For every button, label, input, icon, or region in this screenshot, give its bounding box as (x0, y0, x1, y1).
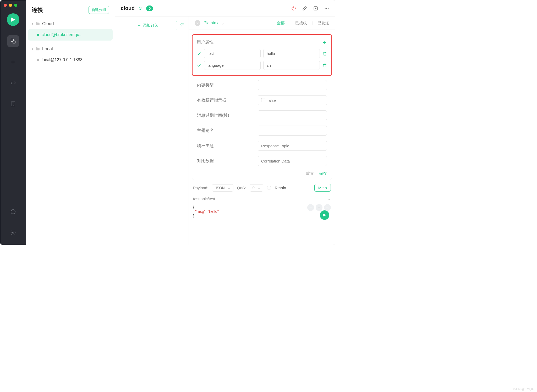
chevron-down-icon: ⌄ (221, 21, 224, 26)
app-rail (0, 0, 26, 245)
tree-group-label: Cloud (42, 21, 54, 26)
tab-all[interactable]: 全部 (277, 21, 285, 26)
tree-group-local[interactable]: ▾ Local (28, 44, 113, 54)
expiry-label: 消息过期时间(秒) (197, 113, 255, 118)
nav-connections-icon[interactable] (7, 35, 19, 47)
checkbox-icon[interactable] (261, 98, 265, 102)
chevron-down-icon[interactable]: ⌄ (327, 196, 331, 201)
chevron-down-icon: ⌄ (257, 186, 260, 190)
tab-sent[interactable]: 已发送 (317, 21, 329, 26)
add-subscription-label: 添加订阅 (143, 23, 158, 28)
payload-label: Payload: (193, 186, 208, 190)
user-property-value-input[interactable] (263, 61, 320, 70)
more-icon[interactable] (324, 6, 329, 11)
svg-point-7 (326, 8, 327, 9)
expiry-input[interactable] (258, 110, 327, 120)
format-selector[interactable]: Plaintext ⌄ (204, 21, 224, 26)
user-property-key-input[interactable] (204, 49, 261, 58)
save-button[interactable]: 保存 (319, 171, 327, 176)
topic-alias-label: 主题别名 (197, 128, 255, 133)
content-type-label: 内容类型 (197, 82, 255, 88)
payload-indicator-label: 有效载荷指示器 (197, 98, 255, 103)
content-type-input[interactable] (258, 80, 327, 90)
message-count-badge: 0 (146, 5, 153, 11)
delete-row-icon[interactable] (322, 63, 327, 68)
qos-select[interactable]: 0⌄ (250, 184, 263, 192)
meta-card: 用户属性 ＋ (192, 35, 332, 180)
svg-point-4 (12, 232, 14, 233)
nav-code-icon[interactable] (7, 77, 19, 89)
disconnect-icon[interactable] (291, 6, 296, 11)
format-label: Plaintext (204, 21, 220, 25)
delete-row-icon[interactable] (322, 51, 327, 56)
payload-editor[interactable]: ← − → { "msg": "hello" } (189, 204, 335, 222)
check-icon (197, 63, 201, 68)
chevron-down-icon: ⌄ (227, 186, 231, 190)
user-property-value-input[interactable] (263, 49, 320, 58)
tree-item-local-conn[interactable]: local@127.0.0.1:1883 (28, 54, 113, 66)
nav-log-icon[interactable] (7, 98, 19, 110)
qos-label: QoS: (237, 186, 246, 190)
check-icon (197, 51, 201, 56)
response-topic-input[interactable] (258, 141, 327, 151)
connection-header: cloud 0 (115, 0, 335, 16)
collapse-subs-icon[interactable] (179, 22, 185, 27)
connections-panel: 连接 新建分组 ▾ Cloud cloud@broker.emqx.... ▾ … (26, 0, 115, 245)
publish-bar: Payload: JSON⌄ QoS: 0⌄ Retain Meta testt… (189, 181, 335, 204)
tree-item-label: local@127.0.0.1:1883 (42, 58, 83, 62)
user-property-key-input[interactable] (204, 61, 261, 70)
connection-name: cloud (121, 5, 135, 11)
send-button[interactable] (320, 210, 329, 220)
editor-prev-icon[interactable]: ← (307, 204, 314, 211)
connections-title: 连接 (32, 6, 43, 14)
topic-alias-input[interactable] (258, 126, 327, 136)
tree-group-label: Local (42, 46, 53, 52)
window-close[interactable] (4, 4, 7, 7)
chevron-down-icon: ▾ (32, 47, 33, 51)
tab-received[interactable]: 已接收 (295, 21, 307, 26)
tree-item-cloud-conn[interactable]: cloud@broker.emqx.... (28, 29, 113, 41)
message-filter-bar: ? Plaintext ⌄ 全部 | 已接收 | 已发送 (189, 16, 335, 30)
nav-info-icon[interactable] (7, 206, 19, 217)
correlation-label: 对比数据 (197, 158, 255, 164)
app-logo (7, 13, 19, 26)
editor-minus-icon[interactable]: − (316, 204, 322, 211)
payload-format-select[interactable]: JSON⌄ (212, 184, 233, 192)
correlation-input[interactable] (258, 156, 327, 166)
svg-point-6 (325, 8, 326, 9)
folder-icon (35, 21, 40, 26)
meta-button[interactable]: Meta (314, 184, 331, 192)
nav-add-icon[interactable] (7, 56, 19, 68)
new-window-icon[interactable] (313, 6, 318, 11)
expand-connection-icon[interactable] (138, 6, 143, 11)
folder-icon (35, 47, 40, 51)
user-property-row (197, 49, 327, 58)
window-minimize[interactable] (9, 4, 12, 7)
edit-icon[interactable] (302, 6, 307, 11)
retain-label: Retain (275, 186, 286, 190)
add-subscription-button[interactable]: ＋ 添加订阅 (119, 21, 177, 30)
status-dot-online (37, 34, 39, 36)
user-property-row (197, 61, 327, 70)
editor-next-icon[interactable]: → (324, 204, 331, 211)
new-group-button[interactable]: 新建分组 (89, 6, 109, 14)
add-user-property-icon[interactable]: ＋ (322, 39, 327, 46)
tree-item-label: cloud@broker.emqx.... (42, 32, 84, 37)
user-properties-label: 用户属性 (197, 40, 213, 45)
status-dot-offline (37, 59, 39, 61)
main-area: cloud 0 ＋ 添加订阅 ? (115, 0, 335, 245)
payload-indicator-input[interactable]: false (258, 95, 327, 105)
help-icon[interactable]: ? (195, 20, 200, 26)
response-topic-label: 响应主题 (197, 143, 255, 149)
topic-input[interactable]: testtopic/test (193, 197, 215, 201)
tree-group-cloud[interactable]: ▾ Cloud (28, 19, 113, 29)
reset-button[interactable]: 重置 (306, 171, 314, 176)
chevron-down-icon: ▾ (32, 22, 33, 26)
window-maximize[interactable] (14, 4, 17, 7)
svg-point-8 (328, 8, 328, 9)
plus-icon: ＋ (137, 23, 141, 28)
nav-settings-icon[interactable] (7, 227, 19, 238)
user-properties-section: 用户属性 ＋ (192, 34, 332, 76)
retain-radio[interactable] (267, 186, 271, 190)
subscriptions-column: ＋ 添加订阅 (115, 16, 189, 245)
